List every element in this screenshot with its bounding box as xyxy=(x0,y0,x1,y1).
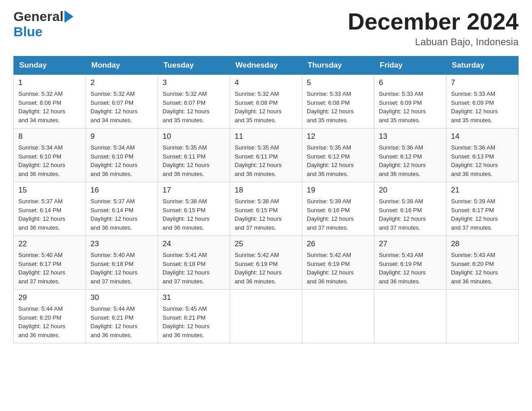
table-row: 19Sunrise: 5:39 AMSunset: 6:16 PMDayligh… xyxy=(302,182,374,236)
day-info: Sunrise: 5:34 AMSunset: 6:10 PMDaylight:… xyxy=(18,143,81,178)
day-number: 1 xyxy=(18,78,81,87)
table-row: 21Sunrise: 5:39 AMSunset: 6:17 PMDayligh… xyxy=(446,182,519,236)
day-info: Sunrise: 5:33 AMSunset: 6:08 PMDaylight:… xyxy=(307,90,369,124)
logo: General Blue xyxy=(13,9,73,39)
day-info: Sunrise: 5:39 AMSunset: 6:17 PMDaylight:… xyxy=(451,197,514,232)
table-row xyxy=(446,290,519,343)
day-info: Sunrise: 5:32 AMSunset: 6:07 PMDaylight:… xyxy=(163,90,225,124)
table-row: 14Sunrise: 5:36 AMSunset: 6:13 PMDayligh… xyxy=(446,128,519,182)
day-info: Sunrise: 5:44 AMSunset: 6:20 PMDaylight:… xyxy=(18,304,81,339)
location-title: Labuan Bajo, Indonesia xyxy=(348,36,519,48)
table-row: 11Sunrise: 5:35 AMSunset: 6:11 PMDayligh… xyxy=(230,128,302,182)
table-row: 23Sunrise: 5:40 AMSunset: 6:18 PMDayligh… xyxy=(86,236,158,290)
day-number: 4 xyxy=(235,78,297,87)
table-row: 16Sunrise: 5:37 AMSunset: 6:14 PMDayligh… xyxy=(86,182,158,236)
day-info: Sunrise: 5:39 AMSunset: 6:16 PMDaylight:… xyxy=(307,197,369,232)
col-monday: Monday xyxy=(86,56,158,75)
day-info: Sunrise: 5:32 AMSunset: 6:06 PMDaylight:… xyxy=(18,90,81,124)
col-tuesday: Tuesday xyxy=(158,56,230,75)
day-number: 10 xyxy=(163,132,225,141)
table-row: 17Sunrise: 5:38 AMSunset: 6:15 PMDayligh… xyxy=(158,182,230,236)
day-number: 9 xyxy=(90,132,153,141)
day-number: 19 xyxy=(307,186,369,195)
day-info: Sunrise: 5:38 AMSunset: 6:15 PMDaylight:… xyxy=(235,197,297,232)
table-row: 20Sunrise: 5:39 AMSunset: 6:16 PMDayligh… xyxy=(374,182,446,236)
day-info: Sunrise: 5:37 AMSunset: 6:14 PMDaylight:… xyxy=(90,197,153,232)
day-number: 8 xyxy=(18,132,81,141)
day-number: 2 xyxy=(90,78,153,87)
day-info: Sunrise: 5:40 AMSunset: 6:18 PMDaylight:… xyxy=(90,251,153,286)
calendar-week-row: 22Sunrise: 5:40 AMSunset: 6:17 PMDayligh… xyxy=(14,236,519,290)
day-number: 23 xyxy=(90,240,153,248)
calendar-table: Sunday Monday Tuesday Wednesday Thursday… xyxy=(13,56,519,343)
day-info: Sunrise: 5:32 AMSunset: 6:07 PMDaylight:… xyxy=(90,90,153,124)
day-number: 7 xyxy=(451,78,514,87)
day-info: Sunrise: 5:35 AMSunset: 6:11 PMDaylight:… xyxy=(235,143,297,178)
table-row: 7Sunrise: 5:33 AMSunset: 6:09 PMDaylight… xyxy=(446,75,519,128)
day-info: Sunrise: 5:42 AMSunset: 6:19 PMDaylight:… xyxy=(307,251,369,286)
calendar-week-row: 29Sunrise: 5:44 AMSunset: 6:20 PMDayligh… xyxy=(14,290,519,343)
logo-general-text: General xyxy=(13,9,64,24)
calendar-week-row: 15Sunrise: 5:37 AMSunset: 6:14 PMDayligh… xyxy=(14,182,519,236)
day-info: Sunrise: 5:33 AMSunset: 6:09 PMDaylight:… xyxy=(379,90,442,124)
day-number: 12 xyxy=(307,132,369,141)
calendar-header-row: Sunday Monday Tuesday Wednesday Thursday… xyxy=(14,56,519,75)
day-info: Sunrise: 5:39 AMSunset: 6:16 PMDaylight:… xyxy=(379,197,442,232)
day-info: Sunrise: 5:45 AMSunset: 6:21 PMDaylight:… xyxy=(163,304,225,339)
day-number: 16 xyxy=(90,186,153,195)
day-number: 26 xyxy=(307,240,369,248)
table-row: 1Sunrise: 5:32 AMSunset: 6:06 PMDaylight… xyxy=(14,75,86,128)
day-info: Sunrise: 5:35 AMSunset: 6:12 PMDaylight:… xyxy=(307,143,369,178)
day-number: 22 xyxy=(18,240,81,248)
logo-triangle-icon xyxy=(64,10,73,23)
table-row: 27Sunrise: 5:43 AMSunset: 6:19 PMDayligh… xyxy=(374,236,446,290)
table-row: 28Sunrise: 5:43 AMSunset: 6:20 PMDayligh… xyxy=(446,236,519,290)
day-number: 11 xyxy=(235,132,297,141)
table-row: 13Sunrise: 5:36 AMSunset: 6:12 PMDayligh… xyxy=(374,128,446,182)
title-section: December 2024 Labuan Bajo, Indonesia xyxy=(348,9,519,48)
day-number: 17 xyxy=(163,186,225,195)
table-row: 18Sunrise: 5:38 AMSunset: 6:15 PMDayligh… xyxy=(230,182,302,236)
day-info: Sunrise: 5:34 AMSunset: 6:10 PMDaylight:… xyxy=(90,143,153,178)
table-row: 6Sunrise: 5:33 AMSunset: 6:09 PMDaylight… xyxy=(374,75,446,128)
table-row: 25Sunrise: 5:42 AMSunset: 6:19 PMDayligh… xyxy=(230,236,302,290)
day-number: 15 xyxy=(18,186,81,195)
col-saturday: Saturday xyxy=(446,56,519,75)
day-number: 25 xyxy=(235,240,297,248)
col-thursday: Thursday xyxy=(302,56,374,75)
table-row: 5Sunrise: 5:33 AMSunset: 6:08 PMDaylight… xyxy=(302,75,374,128)
day-info: Sunrise: 5:43 AMSunset: 6:20 PMDaylight:… xyxy=(451,251,514,286)
day-number: 27 xyxy=(379,240,442,248)
day-info: Sunrise: 5:36 AMSunset: 6:12 PMDaylight:… xyxy=(379,143,442,178)
table-row: 3Sunrise: 5:32 AMSunset: 6:07 PMDaylight… xyxy=(158,75,230,128)
day-number: 3 xyxy=(163,78,225,87)
table-row: 12Sunrise: 5:35 AMSunset: 6:12 PMDayligh… xyxy=(302,128,374,182)
day-number: 31 xyxy=(163,293,225,302)
day-number: 6 xyxy=(379,78,442,87)
table-row: 30Sunrise: 5:44 AMSunset: 6:21 PMDayligh… xyxy=(86,290,158,343)
calendar-week-row: 1Sunrise: 5:32 AMSunset: 6:06 PMDaylight… xyxy=(14,75,519,128)
day-info: Sunrise: 5:43 AMSunset: 6:19 PMDaylight:… xyxy=(379,251,442,286)
table-row: 15Sunrise: 5:37 AMSunset: 6:14 PMDayligh… xyxy=(14,182,86,236)
day-number: 14 xyxy=(451,132,514,141)
logo-blue-text: Blue xyxy=(13,24,43,39)
day-info: Sunrise: 5:32 AMSunset: 6:08 PMDaylight:… xyxy=(235,90,297,124)
day-info: Sunrise: 5:44 AMSunset: 6:21 PMDaylight:… xyxy=(90,304,153,339)
day-number: 30 xyxy=(90,293,153,302)
day-number: 24 xyxy=(163,240,225,248)
col-wednesday: Wednesday xyxy=(230,56,302,75)
table-row xyxy=(302,290,374,343)
table-row: 2Sunrise: 5:32 AMSunset: 6:07 PMDaylight… xyxy=(86,75,158,128)
day-info: Sunrise: 5:41 AMSunset: 6:18 PMDaylight:… xyxy=(163,251,225,286)
table-row: 29Sunrise: 5:44 AMSunset: 6:20 PMDayligh… xyxy=(14,290,86,343)
day-info: Sunrise: 5:36 AMSunset: 6:13 PMDaylight:… xyxy=(451,143,514,178)
table-row: 22Sunrise: 5:40 AMSunset: 6:17 PMDayligh… xyxy=(14,236,86,290)
table-row: 9Sunrise: 5:34 AMSunset: 6:10 PMDaylight… xyxy=(86,128,158,182)
table-row: 31Sunrise: 5:45 AMSunset: 6:21 PMDayligh… xyxy=(158,290,230,343)
day-info: Sunrise: 5:33 AMSunset: 6:09 PMDaylight:… xyxy=(451,90,514,124)
day-info: Sunrise: 5:42 AMSunset: 6:19 PMDaylight:… xyxy=(235,251,297,286)
day-number: 21 xyxy=(451,186,514,195)
table-row: 26Sunrise: 5:42 AMSunset: 6:19 PMDayligh… xyxy=(302,236,374,290)
table-row: 4Sunrise: 5:32 AMSunset: 6:08 PMDaylight… xyxy=(230,75,302,128)
day-number: 29 xyxy=(18,293,81,302)
